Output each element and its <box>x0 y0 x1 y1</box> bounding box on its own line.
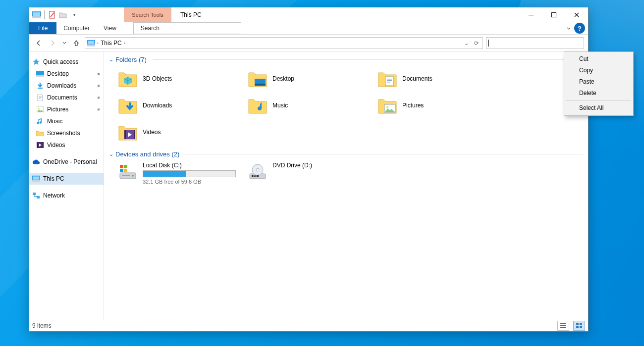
drive-usage-bar <box>143 170 236 177</box>
folder-label: Music <box>272 102 288 109</box>
drive-local-disk-c[interactable]: Local Disk (C:) 32.1 GB free of 59.6 GB <box>116 160 246 187</box>
nav-up-button[interactable] <box>71 38 82 49</box>
nav-recent-dropdown[interactable] <box>61 38 68 49</box>
folder-pictures[interactable]: Pictures <box>376 92 505 119</box>
pin-icon: ✦ <box>95 70 102 78</box>
svg-rect-31 <box>387 82 390 83</box>
address-bar[interactable]: › This PC › ⌄ ⟳ <box>85 37 483 49</box>
tab-view[interactable]: View <box>97 22 123 34</box>
search-tools-context-tab[interactable]: Search Tools <box>124 7 171 22</box>
minimize-button[interactable] <box>520 7 542 22</box>
chevron-down-icon[interactable]: ⌄ <box>109 151 113 157</box>
folder-icon <box>377 96 397 115</box>
maximize-button[interactable] <box>542 7 565 22</box>
details-view-button[interactable] <box>557 321 569 331</box>
onedrive-icon <box>32 158 40 166</box>
chevron-down-icon[interactable]: ⌄ <box>109 56 113 63</box>
context-menu-select-all[interactable]: Select All <box>565 102 632 114</box>
svg-rect-53 <box>560 327 562 328</box>
svg-rect-22 <box>32 180 40 182</box>
title-bar[interactable]: Search Tools This PC <box>29 7 588 22</box>
drive-dvd-d[interactable]: DVD DVD Drive (D:) <box>246 160 376 187</box>
navigation-bar: › This PC › ⌄ ⟳ <box>29 35 588 52</box>
sidebar-item-pictures[interactable]: Pictures ✦ <box>29 103 104 115</box>
svg-text:DVD: DVD <box>253 175 258 177</box>
sidebar-item-screenshots[interactable]: Screenshots <box>29 127 104 139</box>
svg-rect-56 <box>580 323 582 325</box>
search-input[interactable] <box>486 37 584 49</box>
ribbon-collapse-button[interactable] <box>563 22 574 34</box>
breadcrumb-chevron-icon[interactable]: › <box>97 41 99 46</box>
breadcrumb-chevron-icon[interactable]: › <box>124 41 125 46</box>
svg-rect-35 <box>124 130 126 139</box>
svg-point-39 <box>132 175 134 177</box>
folder-downloads[interactable]: Downloads <box>116 92 246 119</box>
address-history-dropdown[interactable]: ⌄ <box>462 40 471 47</box>
context-menu: Cut Copy Paste Delete Select All <box>564 51 634 116</box>
sidebar-item-downloads[interactable]: Downloads ✦ <box>29 80 104 92</box>
drive-free-text: 32.1 GB free of 59.6 GB <box>143 179 236 185</box>
svg-rect-9 <box>88 41 94 44</box>
status-bar: 9 items <box>29 320 588 331</box>
close-button[interactable] <box>565 7 588 22</box>
folder-documents[interactable]: Documents <box>376 65 505 92</box>
sidebar-item-desktop[interactable]: Desktop ✦ <box>29 68 104 80</box>
tab-file[interactable]: File <box>29 22 56 34</box>
sidebar-item-label: Downloads <box>47 82 76 89</box>
folder-icon <box>377 69 397 89</box>
svg-rect-28 <box>385 77 393 86</box>
section-title: Folders (7) <box>115 56 147 63</box>
help-button[interactable]: ? <box>574 23 585 34</box>
pin-icon: ✦ <box>95 94 102 101</box>
sidebar-item-onedrive[interactable]: OneDrive - Personal <box>29 156 104 168</box>
qat-dropdown-icon[interactable] <box>69 10 78 19</box>
sidebar-item-network[interactable]: Network <box>29 190 104 201</box>
app-icon <box>32 10 41 19</box>
folder-icon <box>118 96 138 115</box>
drive-label: DVD Drive (D:) <box>272 162 312 169</box>
folder-desktop[interactable]: Desktop <box>246 65 376 92</box>
svg-rect-54 <box>562 327 566 328</box>
context-menu-paste[interactable]: Paste <box>565 76 632 88</box>
quick-access-toolbar <box>29 7 79 22</box>
svg-rect-15 <box>39 99 41 99</box>
sidebar-item-documents[interactable]: Documents ✦ <box>29 92 104 103</box>
folder-label: 3D Objects <box>143 75 172 82</box>
content-pane[interactable]: ⌄ Folders (7) 3D Objects Desktop <box>104 52 588 320</box>
context-menu-separator <box>566 100 631 101</box>
tiles-view-button[interactable] <box>573 321 585 331</box>
context-menu-cut[interactable]: Cut <box>565 53 632 65</box>
folder-music[interactable]: Music <box>246 92 376 119</box>
sidebar-item-videos[interactable]: Videos <box>29 139 104 151</box>
section-header-folders[interactable]: ⌄ Folders (7) <box>104 54 587 64</box>
section-header-drives[interactable]: ⌄ Devices and drives (2) <box>104 148 587 159</box>
section-divider <box>185 154 583 154</box>
sidebar-item-music[interactable]: Music <box>29 115 104 127</box>
svg-rect-55 <box>576 323 579 325</box>
folder-3d-objects[interactable]: 3D Objects <box>116 65 246 92</box>
folder-videos[interactable]: Videos <box>116 119 246 146</box>
document-icon <box>36 94 44 101</box>
refresh-button[interactable]: ⟳ <box>472 40 481 47</box>
svg-rect-50 <box>562 323 566 324</box>
context-menu-delete[interactable]: Delete <box>565 88 632 99</box>
nav-forward-button[interactable] <box>47 38 58 49</box>
tab-computer[interactable]: Computer <box>56 22 97 34</box>
navigation-pane: Quick access Desktop ✦ Downloads ✦ Docum… <box>29 52 104 320</box>
breadcrumb-this-pc[interactable]: This PC <box>101 40 122 47</box>
nav-back-button[interactable] <box>33 38 44 49</box>
qat-separator <box>44 10 45 19</box>
svg-rect-30 <box>387 80 392 81</box>
sidebar-item-quick-access[interactable]: Quick access <box>29 56 104 68</box>
properties-icon[interactable] <box>48 10 56 19</box>
svg-rect-5 <box>529 15 534 15</box>
svg-rect-41 <box>124 165 127 168</box>
new-folder-icon[interactable] <box>58 10 67 19</box>
sidebar-item-label: Videos <box>47 142 65 148</box>
tab-search[interactable]: Search <box>133 22 241 34</box>
sidebar-item-this-pc[interactable]: This PC <box>29 173 104 185</box>
context-menu-copy[interactable]: Copy <box>565 65 632 76</box>
dvd-drive-icon: DVD <box>248 162 268 182</box>
svg-rect-20 <box>43 142 44 148</box>
breadcrumb-root-icon[interactable] <box>87 40 95 47</box>
